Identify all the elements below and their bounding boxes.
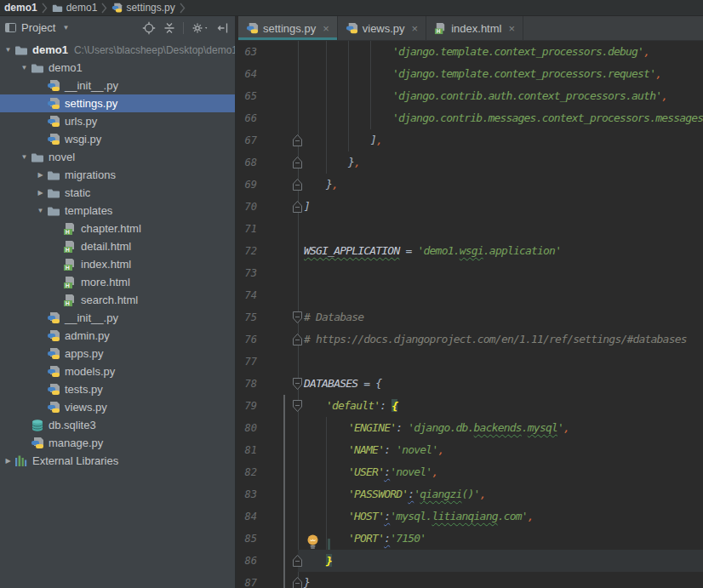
- tree-item-static[interactable]: ▶static: [0, 184, 235, 202]
- panel-title[interactable]: Project: [21, 21, 55, 34]
- fold-marker-icon[interactable]: [292, 134, 303, 151]
- tab-index-html[interactable]: Hindex.html×: [426, 16, 523, 40]
- hide-icon[interactable]: [216, 21, 230, 35]
- fold-marker-icon[interactable]: [292, 333, 303, 350]
- tree-item-novel[interactable]: ▼novel: [0, 148, 235, 166]
- tree-item-db-sqlite3[interactable]: db.sqlite3: [0, 416, 235, 434]
- tree-item-label: settings.py: [65, 97, 117, 110]
- breadcrumb-label: settings.py: [126, 2, 174, 14]
- tree-item-admin-py[interactable]: admin.py: [0, 327, 235, 345]
- code-line-70[interactable]: 70]: [238, 196, 703, 218]
- tree-item-demo1[interactable]: ▼demo1C:\Users\blacsheep\Desktop\demo1: [0, 41, 235, 59]
- folder-icon: [31, 151, 44, 164]
- tree-item-models-py[interactable]: models.py: [0, 363, 235, 380]
- intention-lightbulb-icon[interactable]: [306, 534, 319, 554]
- tree-item-settings-py[interactable]: settings.py: [0, 94, 235, 112]
- tree-item-label: models.py: [65, 365, 115, 378]
- code-line-82[interactable]: 82'USER':'novel',: [238, 461, 703, 483]
- project-panel-header: Project ▼: [0, 16, 235, 39]
- python-file-icon: [47, 133, 60, 146]
- fold-marker-icon[interactable]: [292, 576, 303, 588]
- tree-item-chapter-html[interactable]: Hchapter.html: [0, 220, 235, 237]
- fold-marker-icon[interactable]: [292, 399, 303, 416]
- locate-icon[interactable]: [142, 21, 156, 35]
- chevron-down-icon[interactable]: ▼: [2, 46, 14, 54]
- tree-item--init-py[interactable]: __init__.py: [0, 309, 235, 327]
- code-line-69[interactable]: 69},: [238, 174, 703, 196]
- tree-item--init-py[interactable]: __init__.py: [0, 77, 235, 94]
- fold-marker-icon[interactable]: [292, 178, 303, 195]
- tree-item-search-html[interactable]: Hsearch.html: [0, 291, 235, 309]
- tree-item-detail-html[interactable]: Hdetail.html: [0, 237, 235, 255]
- breadcrumb-item[interactable]: demo1: [49, 2, 100, 14]
- code-line-83[interactable]: 83'PASSWORD':'qiangzi()',: [238, 483, 703, 505]
- code-line-71[interactable]: 71: [238, 218, 703, 240]
- chevron-down-icon[interactable]: ▼: [34, 207, 47, 214]
- code-line-76[interactable]: 76# https://docs.djangoproject.com/en/1.…: [238, 328, 703, 351]
- code-editor[interactable]: 63'django.template.context_processors.de…: [238, 41, 703, 588]
- tree-item-more-html[interactable]: Hmore.html: [0, 273, 235, 291]
- chevron-right-icon[interactable]: ▶: [34, 171, 47, 179]
- tree-item-tests-py[interactable]: tests.py: [0, 380, 235, 398]
- code-line-79[interactable]: 79'default': {: [238, 395, 703, 417]
- chevron-down-icon[interactable]: ▼: [18, 64, 31, 71]
- code-token: }: [326, 554, 332, 567]
- line-number: 84: [238, 505, 257, 528]
- tree-item-label: apps.py: [65, 347, 104, 360]
- tree-item-index-html[interactable]: Hindex.html: [0, 255, 235, 273]
- fold-marker-icon[interactable]: [292, 311, 303, 328]
- chevron-down-icon[interactable]: ▼: [62, 24, 69, 31]
- code-token: 'django.db.: [408, 421, 473, 434]
- code-line-87[interactable]: 87}: [238, 572, 703, 588]
- python-file-icon: [47, 401, 60, 414]
- code-line-77[interactable]: 77: [238, 351, 703, 373]
- chevron-down-icon[interactable]: ▼: [18, 153, 31, 161]
- tree-item-wsgi-py[interactable]: wsgi.py: [0, 130, 235, 148]
- fold-marker-icon[interactable]: [292, 554, 303, 571]
- code-line-63[interactable]: 63'django.template.context_processors.de…: [238, 41, 703, 63]
- code-line-73[interactable]: 73: [238, 262, 703, 284]
- code-line-75[interactable]: 75# Database: [238, 306, 703, 328]
- code-token: :: [396, 421, 408, 434]
- code-text: },: [326, 174, 338, 196]
- settings-icon[interactable]: [191, 21, 209, 35]
- fold-marker-icon[interactable]: [292, 200, 303, 217]
- code-line-78[interactable]: 78DATABASES = {: [238, 373, 703, 395]
- code-line-80[interactable]: 80'ENGINE': 'django.db.backends.mysql',: [238, 417, 703, 439]
- code-line-81[interactable]: 81'NAME': 'novel',: [238, 439, 703, 461]
- code-line-67[interactable]: 67],: [238, 129, 703, 151]
- tree-item-urls-py[interactable]: urls.py: [0, 112, 235, 130]
- tab-views-py[interactable]: views.py×: [338, 16, 426, 40]
- code-line-74[interactable]: 74: [238, 284, 703, 306]
- chevron-right-icon[interactable]: ▶: [2, 457, 14, 465]
- tree-item-migrations[interactable]: ▶migrations: [0, 166, 235, 184]
- code-text: 'django.template.context_processors.debu…: [392, 41, 649, 63]
- code-line-84[interactable]: 84'HOST':'mysql.litianqiang.com',: [238, 505, 703, 528]
- code-line-68[interactable]: 68},: [238, 151, 703, 174]
- code-line-65[interactable]: 65'django.contrib.auth.context_processor…: [238, 85, 703, 107]
- tree-item-label: static: [65, 186, 90, 199]
- tab-settings-py[interactable]: settings.py×: [238, 16, 338, 40]
- breadcrumb-label: demo1: [4, 2, 37, 14]
- collapse-all-icon[interactable]: [163, 21, 176, 35]
- code-token: 'USER': [348, 465, 384, 478]
- code-line-66[interactable]: 66'django.contrib.messages.context_proce…: [238, 107, 703, 129]
- python-file-icon: [47, 79, 60, 93]
- tree-item-manage-py[interactable]: manage.py: [0, 434, 235, 452]
- code-token: 'django.contrib.auth.context_processors.…: [392, 89, 661, 102]
- close-icon[interactable]: ×: [323, 22, 329, 35]
- tree-item-demo1[interactable]: ▼demo1: [0, 59, 235, 77]
- breadcrumb-item[interactable]: demo1: [2, 2, 40, 14]
- fold-marker-icon[interactable]: [292, 156, 303, 173]
- tree-item-apps-py[interactable]: apps.py: [0, 345, 235, 363]
- close-icon[interactable]: ×: [412, 22, 419, 35]
- breadcrumb-item[interactable]: settings.py: [109, 2, 177, 14]
- tree-item-external-libraries[interactable]: ▶External Libraries: [0, 452, 235, 470]
- fold-marker-icon[interactable]: [292, 377, 303, 394]
- chevron-right-icon[interactable]: ▶: [34, 189, 47, 197]
- code-line-64[interactable]: 64'django.template.context_processors.re…: [238, 63, 703, 85]
- code-line-72[interactable]: 72WSGI_APPLICATION = 'demo1.wsgi.applica…: [238, 240, 703, 262]
- close-icon[interactable]: ×: [508, 22, 515, 35]
- tree-item-views-py[interactable]: views.py: [0, 398, 235, 416]
- tree-item-templates[interactable]: ▼templates: [0, 202, 235, 220]
